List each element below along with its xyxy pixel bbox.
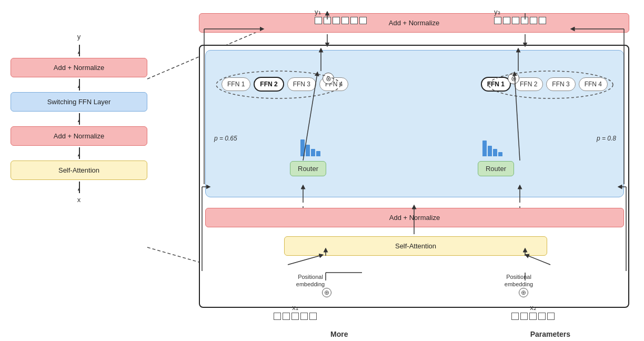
y1-grid [315,17,367,24]
add-normalize-top-left: Add + Normalize [11,58,147,77]
y2-sq-3 [512,17,519,24]
pos-embed-label-2: Positionalembedding [498,273,540,288]
x2-sq-1 [511,313,519,320]
arrow-after-add-norm-top [11,77,147,92]
x1-sq-5 [309,313,317,320]
x2-sq-2 [520,313,528,320]
ffn1-g1: FFN 1 [222,77,250,91]
router-box-1: Router [290,161,326,176]
x-input-label: x [11,195,147,205]
bar-1-4 [316,151,320,156]
ffn3-g2: FFN 3 [546,77,575,91]
add-normalize-bottom-left: Add + Normalize [11,126,147,146]
y1-area: y₁ [315,8,367,24]
left-diagram: y Add + Normalize Switching FFN Layer Ad… [11,32,147,205]
ffn1-g2-bold: FFN 1 [481,77,511,92]
y1-sq-2 [324,17,331,24]
pos-embed-label-1: Positionalembedding [289,273,331,288]
switching-ffn-left: Switching FFN Layer [11,92,147,112]
p1-label: p = 0.65 [214,135,237,142]
right-outer-container: p = 0.65 p = 0.8 FFN 1 FFN 2 FFN 3 FFN 4… [199,8,630,333]
y2-sq-2 [503,17,510,24]
y1-sq-4 [341,17,349,24]
x1-sq-1 [274,313,281,320]
y2-sq-6 [539,17,546,24]
x2-sq-4 [538,313,546,320]
self-attention-right: Self-Attention [284,236,547,256]
bar-2-3 [493,149,497,156]
y1-sq-3 [333,17,340,24]
self-attention-left: Self-Attention [11,161,147,180]
ffn4-g2: FFN 4 [579,77,608,91]
ffn-group-2: FFN 1 FFN 2 FFN 3 FFN 4 [481,77,608,92]
parameters-label: Parameters [530,330,570,338]
more-label: More [330,330,348,338]
bar-1-2 [306,145,310,156]
y2-sq-4 [521,17,528,24]
y1-sq-5 [350,17,358,24]
blue-ffn-area: p = 0.65 p = 0.8 FFN 1 FFN 2 FFN 3 FFN 4… [205,50,624,197]
x2-sq-3 [529,313,537,320]
x1-sq-3 [291,313,299,320]
add-normalize-top-right: Add + Normalize [199,13,629,33]
x2-input-area: x₂ [511,304,555,320]
y2-area: y₂ [494,8,546,24]
bar-2-1 [482,141,487,156]
arrow-after-switching-ffn [11,112,147,126]
y2-sq-5 [530,17,537,24]
x2-grid [511,313,555,320]
ffn3-g1: FFN 3 [287,77,316,91]
arrow-after-self-attention [11,180,147,195]
y-output-label: y [11,32,147,42]
x2-sq-5 [547,313,555,320]
arrow-y-up [11,43,147,58]
bar-2-2 [488,146,492,156]
router-box-2: Router [478,161,514,176]
plus-circle-1: ⊕ [322,288,331,297]
x1-input-area: x₁ [274,304,317,320]
bar-1-3 [311,149,315,156]
x1-sq-2 [283,313,290,320]
p2-label: p = 0.8 [597,135,616,142]
y2-grid [494,17,546,24]
ffn2-g1-bold: FFN 2 [254,77,284,92]
diagram-container: y Add + Normalize Switching FFN Layer Ad… [0,0,644,341]
bar-2-4 [498,152,502,156]
plus-circle-2: ⊕ [519,288,528,297]
bar-chart-1 [300,137,320,156]
add-normalize-bottom-right: Add + Normalize [205,208,624,227]
y2-sq-1 [494,17,501,24]
bar-1-1 [300,139,305,156]
bar-chart-2 [482,137,502,156]
multiply-icon-2: ⊗ [508,73,519,84]
y1-sq-1 [315,17,322,24]
x1-grid [274,313,317,320]
arrow-after-add-norm-bottom [11,146,147,161]
y1-sq-6 [359,17,367,24]
outer-black-box: p = 0.65 p = 0.8 FFN 1 FFN 2 FFN 3 FFN 4… [199,45,629,308]
multiply-icon-1: ⊗ [323,73,334,84]
x1-sq-4 [300,313,308,320]
